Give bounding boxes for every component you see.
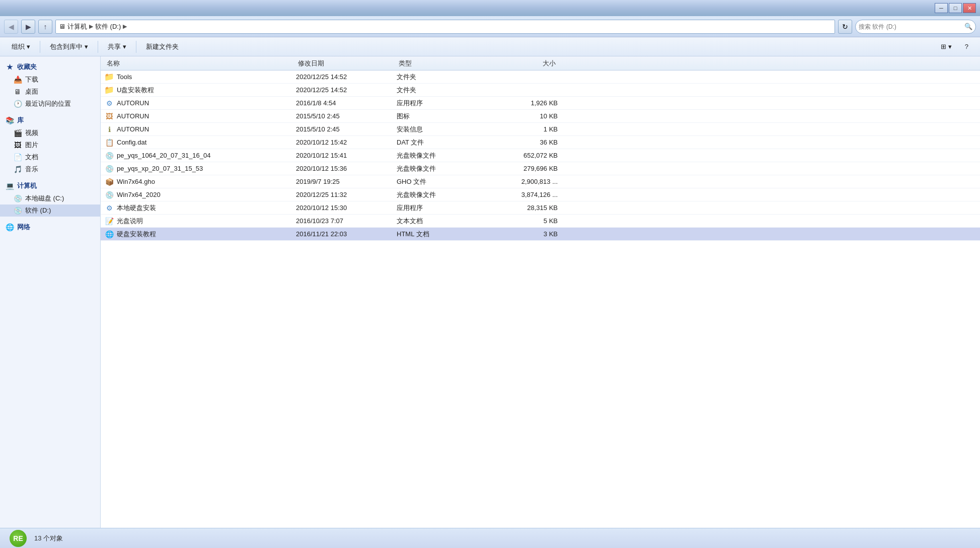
file-icon: 📁 (105, 86, 114, 95)
document-label: 文档 (25, 153, 38, 162)
music-icon: 🎵 (13, 165, 22, 174)
toolbar-separator-1 (40, 41, 40, 53)
table-row[interactable]: 💿 pe_yqs_xp_20_07_31_15_53 2020/10/12 15… (101, 162, 980, 175)
file-icon: 📝 (105, 217, 114, 226)
new-folder-label: 新建文件夹 (146, 42, 179, 51)
organize-label: 组织 (12, 42, 25, 51)
file-type: DAT 文件 (397, 138, 477, 147)
file-size: 652,072 KB (477, 152, 558, 159)
view-button[interactable]: ⊞ ▾ (935, 40, 957, 54)
address-path[interactable]: 🖥 计算机 ▶ 软件 (D:) ▶ (55, 20, 835, 34)
sidebar-header-favorites[interactable]: ★ 收藏夹 (0, 60, 100, 74)
favorites-label: 收藏夹 (17, 62, 37, 72)
file-name: Win7x64_2020 (117, 191, 161, 198)
drive-d-icon: 💿 (13, 206, 22, 215)
file-date: 2020/12/25 14:52 (296, 86, 397, 94)
table-row[interactable]: 💿 Win7x64_2020 2020/12/25 11:32 光盘映像文件 3… (101, 188, 980, 201)
sidebar-header-network[interactable]: 🌐 网络 (0, 221, 100, 234)
recent-label: 最近访问的位置 (25, 99, 71, 108)
sidebar-item-recent[interactable]: 🕐 最近访问的位置 (0, 98, 100, 110)
file-icon: ⚙ (105, 99, 114, 108)
search-box[interactable]: 🔍 (855, 20, 976, 34)
path-sep2: ▶ (123, 23, 127, 30)
col-header-type[interactable]: 类型 (397, 59, 477, 68)
col-header-size[interactable]: 大小 (477, 59, 558, 68)
video-label: 视频 (25, 128, 38, 138)
file-name: Win7x64.gho (117, 178, 155, 185)
table-row[interactable]: ℹ AUTORUN 2015/5/10 2:45 安装信息 1 KB (101, 123, 980, 136)
file-size: 5 KB (477, 217, 558, 225)
file-type: 文本文档 (397, 217, 477, 226)
include-library-dropdown-icon: ▾ (85, 43, 88, 50)
video-icon: 🎬 (13, 128, 22, 138)
table-row[interactable]: 📁 Tools 2020/12/25 14:52 文件夹 (101, 71, 980, 84)
sidebar-item-drive-c[interactable]: 💿 本地磁盘 (C:) (0, 192, 100, 204)
organize-button[interactable]: 组织 ▾ (6, 40, 36, 54)
up-button[interactable]: ↑ (38, 20, 52, 34)
table-row[interactable]: 📁 U盘安装教程 2020/12/25 14:52 文件夹 (101, 84, 980, 97)
table-row[interactable]: 📋 Config.dat 2020/10/12 15:42 DAT 文件 36 … (101, 136, 980, 149)
file-size: 10 KB (477, 112, 558, 120)
file-icon: 🖼 (105, 112, 114, 121)
addressbar: ◀ ▶ ↑ 🖥 计算机 ▶ 软件 (D:) ▶ ↻ 🔍 (0, 16, 980, 37)
file-type: 光盘映像文件 (397, 151, 477, 160)
table-row[interactable]: 📝 光盘说明 2016/10/23 7:07 文本文档 5 KB (101, 215, 980, 228)
table-row[interactable]: 📦 Win7x64.gho 2019/9/7 19:25 GHO 文件 2,90… (101, 175, 980, 188)
table-row[interactable]: 💿 pe_yqs_1064_20_07_31_16_04 2020/10/12 … (101, 149, 980, 162)
file-icon: ⚙ (105, 203, 114, 213)
sidebar-item-music[interactable]: 🎵 音乐 (0, 163, 100, 175)
file-date: 2019/9/7 19:25 (296, 178, 397, 185)
file-date: 2020/12/25 11:32 (296, 191, 397, 198)
table-row[interactable]: 🖼 AUTORUN 2015/5/10 2:45 图标 10 KB (101, 110, 980, 123)
file-size: 279,696 KB (477, 165, 558, 172)
back-button[interactable]: ◀ (4, 20, 18, 34)
file-name: AUTORUN (117, 112, 149, 120)
include-library-button[interactable]: 包含到库中 ▾ (44, 40, 94, 54)
computer-icon: 💻 (5, 181, 14, 190)
status-count: 13 个对象 (34, 534, 63, 543)
sidebar-item-document[interactable]: 📄 文档 (0, 151, 100, 163)
file-date: 2015/5/10 2:45 (296, 112, 397, 120)
table-row[interactable]: ⚙ 本地硬盘安装 2020/10/12 15:30 应用程序 28,315 KB (101, 201, 980, 215)
table-row[interactable]: ⚙ AUTORUN 2016/1/8 4:54 应用程序 1,926 KB (101, 97, 980, 110)
path-computer: 计算机 (67, 22, 87, 31)
drive-d-label: 软件 (D:) (25, 206, 51, 215)
search-input[interactable] (859, 23, 964, 30)
col-header-name[interactable]: 名称 (105, 59, 296, 68)
refresh-button[interactable]: ↻ (838, 20, 852, 34)
search-icon[interactable]: 🔍 (964, 23, 972, 30)
path-sep1: ▶ (89, 23, 93, 30)
file-type: 安装信息 (397, 125, 477, 134)
file-type: 文件夹 (397, 86, 477, 95)
table-row[interactable]: 🌐 硬盘安装教程 2016/11/21 22:03 HTML 文档 3 KB (101, 228, 980, 241)
sidebar-header-library[interactable]: 📚 库 (0, 114, 100, 127)
sidebar-item-desktop[interactable]: 🖥 桌面 (0, 86, 100, 98)
file-type: 文件夹 (397, 73, 477, 82)
include-library-label: 包含到库中 (50, 42, 83, 51)
help-button[interactable]: ? (959, 40, 974, 54)
file-icon: 💿 (105, 190, 114, 199)
sidebar-section-library: 📚 库 🎬 视频 🖼 图片 📄 文档 🎵 音乐 (0, 114, 100, 175)
close-button[interactable]: ✕ (963, 3, 976, 13)
minimize-button[interactable]: ─ (935, 3, 948, 13)
forward-button[interactable]: ▶ (21, 20, 35, 34)
maximize-button[interactable]: □ (949, 3, 962, 13)
share-button[interactable]: 共享 ▾ (102, 40, 132, 54)
file-name: pe_yqs_1064_20_07_31_16_04 (117, 152, 211, 159)
window-controls: ─ □ ✕ (935, 3, 976, 13)
statusbar: RE 13 个对象 (0, 528, 980, 548)
new-folder-button[interactable]: 新建文件夹 (140, 40, 184, 54)
titlebar: ─ □ ✕ (0, 0, 980, 16)
sidebar-item-picture[interactable]: 🖼 图片 (0, 139, 100, 151)
desktop-label: 桌面 (25, 87, 38, 96)
sidebar-item-video[interactable]: 🎬 视频 (0, 127, 100, 139)
sidebar-header-computer[interactable]: 💻 计算机 (0, 179, 100, 192)
share-dropdown-icon: ▾ (123, 43, 126, 50)
sidebar-item-drive-d[interactable]: 💿 软件 (D:) (0, 204, 100, 217)
file-type: 应用程序 (397, 203, 477, 213)
file-type: HTML 文档 (397, 230, 477, 239)
file-icon: 📁 (105, 73, 114, 82)
col-header-date[interactable]: 修改日期 (296, 59, 397, 68)
sidebar-item-download[interactable]: 📥 下载 (0, 74, 100, 86)
file-date: 2016/11/21 22:03 (296, 230, 397, 238)
